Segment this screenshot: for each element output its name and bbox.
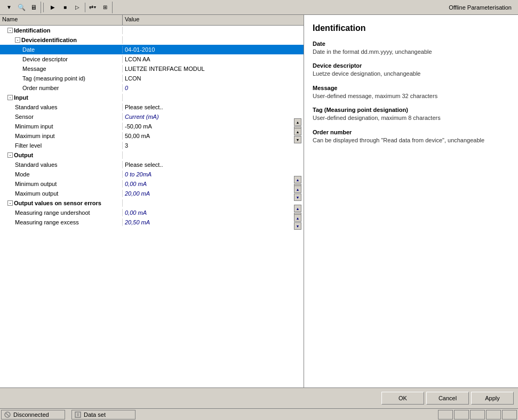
toolbar-btn-2[interactable]: 🖥 xyxy=(28,2,39,13)
row-name-measuring-range-excess: Measuring range excess xyxy=(0,219,123,226)
tree-row[interactable]: Tag (measuring point id) LCON xyxy=(0,74,304,83)
dropdown-arrow-icon: ▼ xyxy=(93,5,97,9)
collapse-icon-input[interactable]: - xyxy=(7,95,13,100)
toolbar-btn-5[interactable]: ▷ xyxy=(71,2,83,13)
help-section-message-label: Message xyxy=(313,85,509,91)
separator-2 xyxy=(85,3,85,12)
help-section-order-number: Order number Can be displayed through "R… xyxy=(313,129,509,144)
row-name-standard-values-out: Standard values xyxy=(0,161,123,168)
row-value-device-descriptor: LCON AA xyxy=(123,55,304,63)
row-value-output xyxy=(123,155,304,156)
row-name-output: - Output xyxy=(0,151,123,159)
row-value-maximum-output: 20,00 mA ▲ ▼ xyxy=(123,185,304,201)
toolbar-btn-1[interactable]: 🔍 xyxy=(15,2,27,13)
toolbar-dropdown-2[interactable]: ⇄ ▼ xyxy=(87,2,99,13)
tree-row[interactable]: - Output xyxy=(0,150,304,160)
row-name-order-number: Order number xyxy=(0,84,123,92)
tree-row[interactable]: Filter level 3 xyxy=(0,141,304,150)
scroll-up-maximum-input[interactable]: ▲ xyxy=(294,128,301,135)
toolbar: ▼ 🔍 🖥 ▶ ■ ▷ ⇄ ▼ ⊞ Offline Parameterisati… xyxy=(0,0,518,15)
scroll-down-excess[interactable]: ▼ xyxy=(294,222,301,230)
status-bar: Disconnected Data set xyxy=(0,408,518,420)
row-name-input: - Input xyxy=(0,94,123,101)
row-name-measuring-range-undershoot: Measuring range undershoot xyxy=(0,209,123,216)
row-value-deviceidentification xyxy=(123,39,304,41)
tree-body[interactable]: - Identification - Deviceidentification … xyxy=(0,26,304,387)
scroll-down-maximum-output[interactable]: ▼ xyxy=(294,193,301,201)
tree-row[interactable]: Standard values Please select.. xyxy=(0,160,304,169)
stop-icon: ■ xyxy=(63,4,67,10)
bottom-area: OK Cancel Apply xyxy=(0,387,518,408)
scroll-up-minimum-input[interactable]: ▲ xyxy=(294,118,301,126)
status-item-small-5 xyxy=(502,410,517,419)
device-icon: 🖥 xyxy=(30,4,37,11)
help-section-order-number-label: Order number xyxy=(313,129,509,135)
dropdown-btn[interactable]: ▼ xyxy=(3,2,15,13)
row-value-input xyxy=(123,97,304,98)
tree-row[interactable]: Date 04-01-2010 xyxy=(0,45,304,54)
row-name-tag: Tag (measuring point id) xyxy=(0,75,123,82)
cancel-button[interactable]: Cancel xyxy=(426,392,469,405)
row-value-identification xyxy=(123,30,304,31)
status-item-small-1 xyxy=(438,410,453,419)
row-value-output-values-sensor-errors xyxy=(123,203,304,204)
row-name-minimum-input: Minimum input xyxy=(0,123,123,130)
tree-row[interactable]: Measuring range excess 20,50 mA ▲ ▼ xyxy=(0,217,304,227)
right-panel: Identification Date Date in the format d… xyxy=(304,15,518,387)
toolbar-group-1: ▼ 🔍 🖥 xyxy=(2,2,41,13)
scroll-up-undershoot[interactable]: ▲ xyxy=(294,205,301,212)
tree-row[interactable]: Maximum output 20,00 mA ▲ ▼ xyxy=(0,189,304,198)
arrow-right-icon: ▶ xyxy=(51,4,55,10)
tree-row[interactable]: Maximum input 50,00 mA ▲ ▼ xyxy=(0,131,304,141)
row-name-mode: Mode xyxy=(0,171,123,178)
help-section-device-descriptor: Device descriptor Luetze device designat… xyxy=(313,62,509,78)
row-name-device-descriptor: Device descriptor xyxy=(0,55,123,63)
help-section-date-text: Date in the format dd.mm.yyyy, unchangea… xyxy=(313,48,509,56)
status-items-right xyxy=(438,410,517,419)
apply-button[interactable]: Apply xyxy=(471,392,514,405)
name-column-header: Name xyxy=(0,15,123,25)
tree-row[interactable]: Message LUETZE INTERFACE MODUL xyxy=(0,64,304,74)
status-item-small-2 xyxy=(454,410,469,419)
search-icon: 🔍 xyxy=(18,4,26,11)
row-name-maximum-output: Maximum output xyxy=(0,190,123,197)
row-name-minimum-output: Minimum output xyxy=(0,180,123,188)
ok-button[interactable]: OK xyxy=(381,392,424,405)
collapse-icon-device[interactable]: - xyxy=(15,37,20,43)
separator-1 xyxy=(43,3,44,12)
row-value-date: 04-01-2010 xyxy=(123,46,304,53)
dataset-icon xyxy=(74,411,82,418)
collapse-icon-output[interactable]: - xyxy=(7,152,13,158)
dataset-label: Data set xyxy=(84,411,106,418)
scroll-up-excess[interactable]: ▲ xyxy=(294,214,301,222)
row-name-message: Message xyxy=(0,65,123,72)
tree-row[interactable]: Device descriptor LCON AA xyxy=(0,54,304,64)
toolbar-btn-6[interactable]: ⊞ xyxy=(99,2,111,13)
tree-row[interactable]: - Identification xyxy=(0,26,304,35)
toolbar-group-2: ▶ ■ ▷ ⇄ ▼ ⊞ xyxy=(46,2,113,13)
scroll-up-maximum-output[interactable]: ▲ xyxy=(294,185,301,193)
row-name-identification: - Identification xyxy=(0,27,123,34)
tree-row[interactable]: Order number 0 xyxy=(0,83,304,93)
toolbar-btn-4[interactable]: ■ xyxy=(59,2,71,13)
svg-line-1 xyxy=(6,413,9,416)
row-value-order-number: 0 xyxy=(123,84,304,92)
help-section-tag-text: User-defined designation, maximum 8 char… xyxy=(313,114,509,122)
disconnected-icon xyxy=(4,411,11,418)
disconnected-label: Disconnected xyxy=(13,411,49,418)
tree-row[interactable]: - Input xyxy=(0,93,304,102)
tree-row[interactable]: Standard values Please select.. xyxy=(0,102,304,112)
row-value-message: LUETZE INTERFACE MODUL xyxy=(123,65,304,72)
collapse-icon[interactable]: - xyxy=(7,28,13,33)
toolbar-btn-3[interactable]: ▶ xyxy=(47,2,59,13)
arrow-icon: ⇄ xyxy=(89,4,93,10)
help-section-device-descriptor-label: Device descriptor xyxy=(313,62,509,69)
help-section-date-label: Date xyxy=(313,41,509,47)
row-name-sensor: Sensor xyxy=(0,113,123,120)
dropdown-icon: ▼ xyxy=(6,4,12,10)
collapse-icon-sensor-errors[interactable]: - xyxy=(7,200,13,206)
tree-row[interactable]: - Deviceidentification xyxy=(0,35,304,45)
main-content: Name Value - Identification - Deviceiden… xyxy=(0,15,518,387)
scroll-up-minimum-output[interactable]: ▲ xyxy=(294,176,301,183)
help-title: Identification xyxy=(313,23,509,33)
